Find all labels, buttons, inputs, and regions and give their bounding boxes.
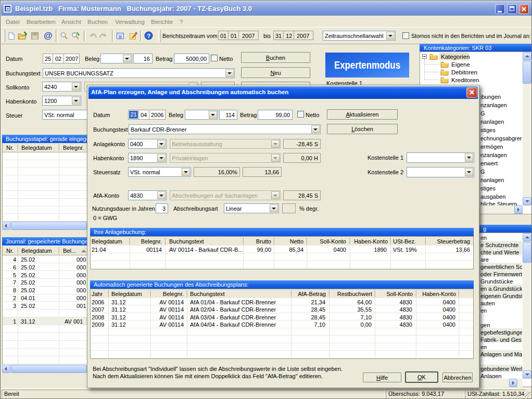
svg-text:?: ?: [147, 33, 150, 39]
